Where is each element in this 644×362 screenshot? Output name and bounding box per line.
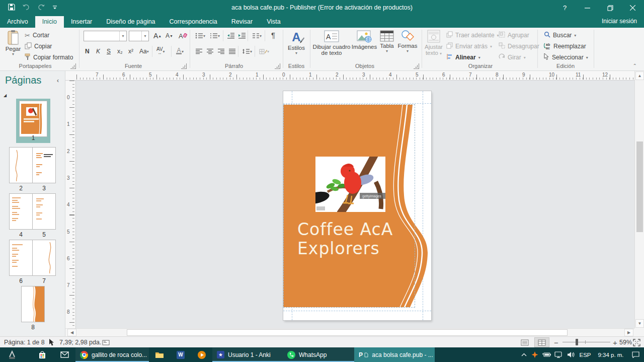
tab-inicio[interactable]: Inicio bbox=[35, 16, 64, 28]
paste-button[interactable]: Pegar ▾ bbox=[3, 30, 23, 56]
collapse-ribbon-icon[interactable]: ⌃ bbox=[633, 63, 637, 68]
bird-picture[interactable]: gettyimages bbox=[315, 157, 385, 212]
horizontal-scrollbar[interactable]: ◀ ▶ bbox=[65, 328, 634, 336]
zoom-slider-track[interactable] bbox=[562, 342, 610, 342]
mail-button[interactable] bbox=[53, 347, 75, 362]
ungroup-button[interactable]: Desagrupar bbox=[497, 41, 541, 51]
replace-button[interactable]: abac Reemplazar bbox=[542, 41, 588, 51]
tab-archivo[interactable]: Archivo bbox=[0, 16, 35, 28]
tab-revisar[interactable]: Revisar bbox=[224, 16, 260, 28]
vertical-scrollbar[interactable]: ▲ ▼ bbox=[634, 71, 644, 328]
rotate-button[interactable]: Girar ▾ bbox=[497, 52, 527, 62]
network-tray-icon[interactable] bbox=[552, 347, 565, 362]
horizontal-scroll-thumb[interactable] bbox=[127, 329, 568, 336]
copy-button[interactable]: Copiar bbox=[23, 41, 53, 51]
sign-in-link[interactable]: Iniciar sesión bbox=[602, 18, 637, 25]
shapes-button[interactable]: Formas ▾ bbox=[396, 30, 419, 53]
zoom-level[interactable]: 59% bbox=[619, 337, 632, 348]
taskbar-item-whatsapp[interactable]: WhatsApp bbox=[283, 347, 354, 362]
cut-button[interactable]: ✂ Cortar bbox=[23, 30, 51, 40]
font-color-button[interactable]: A ▾ bbox=[175, 46, 185, 56]
align-button[interactable]: Alinear ▾ bbox=[445, 52, 482, 62]
action-center-icon[interactable] bbox=[628, 347, 643, 362]
scroll-down-icon[interactable]: ▼ bbox=[635, 319, 644, 328]
v-ruler[interactable]: 012345678 bbox=[65, 81, 76, 328]
bring-forward-button[interactable]: Traer adelante ▾ bbox=[445, 30, 501, 40]
font-size-combo[interactable]: ▾ bbox=[129, 31, 149, 41]
taskbar-item-publisher[interactable]: P aca bolsa cafe.pub - ... bbox=[354, 347, 435, 362]
justify-button[interactable] bbox=[227, 46, 237, 56]
paragraph-dialog-launcher[interactable] bbox=[275, 63, 280, 69]
font-dialog-launcher[interactable] bbox=[181, 63, 187, 69]
zoom-slider-thumb[interactable] bbox=[576, 339, 578, 345]
table-button[interactable]: Tabla ▾ bbox=[377, 30, 396, 53]
language-indicator[interactable]: ESP bbox=[577, 347, 594, 362]
pictures-button[interactable]: Imágenes bbox=[351, 30, 377, 50]
page-indicator[interactable]: Página: 1 de 8 bbox=[4, 337, 45, 348]
increase-indent-button[interactable] bbox=[236, 31, 248, 41]
group-button[interactable]: Agrupar bbox=[497, 30, 531, 40]
font-name-combo[interactable]: ▾ bbox=[84, 31, 127, 41]
align-center-button[interactable] bbox=[205, 46, 215, 56]
publication-canvas[interactable]: gettyimages Coffee AcA Explorers bbox=[76, 81, 634, 328]
object-size-icon[interactable] bbox=[102, 337, 110, 348]
tab-vista[interactable]: Vista bbox=[260, 16, 288, 28]
battery-tray-icon[interactable] bbox=[540, 347, 552, 362]
minimize-button[interactable] bbox=[576, 0, 599, 16]
wrap-text-button[interactable]: Ajustar texto ▾ bbox=[424, 30, 444, 56]
scroll-left-icon[interactable]: ◀ bbox=[67, 329, 76, 336]
two-page-view-button[interactable] bbox=[534, 337, 549, 347]
line-spacing-button[interactable]: ▾ bbox=[240, 46, 254, 56]
restore-button[interactable] bbox=[599, 0, 621, 16]
zoom-in-button[interactable]: + bbox=[613, 337, 617, 348]
select-button[interactable]: Seleccionar ▾ bbox=[542, 52, 590, 62]
clipboard-dialog-launcher[interactable] bbox=[70, 63, 76, 69]
page-thumbnail-1[interactable]: 1 bbox=[16, 99, 50, 143]
cover-title[interactable]: Coffee AcA Explorers bbox=[297, 220, 393, 258]
publication-page[interactable]: gettyimages Coffee AcA Explorers bbox=[283, 91, 431, 320]
superscript-button[interactable]: x² bbox=[127, 46, 135, 56]
subscript-button[interactable]: x₂ bbox=[116, 46, 124, 56]
tab-correspondencia[interactable]: Correspondencia bbox=[163, 16, 224, 28]
align-right-button[interactable] bbox=[216, 46, 226, 56]
cursor-position[interactable]: 7,39; 2,98 pda. bbox=[59, 337, 101, 348]
draw-textbox-button[interactable]: A Dibujar cuadro de texto bbox=[312, 30, 351, 56]
word-button[interactable]: W bbox=[170, 347, 191, 362]
objects-dialog-launcher[interactable] bbox=[414, 63, 419, 69]
store-button[interactable] bbox=[31, 347, 53, 362]
volume-tray-icon[interactable] bbox=[565, 347, 577, 362]
clear-formatting-button[interactable]: A bbox=[177, 31, 189, 41]
underline-button[interactable]: S bbox=[105, 46, 112, 56]
format-painter-button[interactable]: Copiar formato bbox=[22, 52, 74, 62]
send-backward-button[interactable]: Enviar atrás ▾ bbox=[445, 41, 494, 51]
zoom-out-button[interactable]: − bbox=[554, 337, 558, 348]
h-ruler[interactable]: 76543210123456789101112 bbox=[65, 71, 634, 81]
change-case-button[interactable]: Aa▾ bbox=[138, 46, 150, 56]
vertical-scroll-thumb[interactable] bbox=[636, 141, 643, 232]
avast-tray-icon[interactable] bbox=[529, 347, 540, 362]
clock[interactable]: 9:34 p. m. bbox=[595, 347, 627, 362]
grow-font-button[interactable]: A▲ bbox=[152, 31, 163, 41]
single-page-view-button[interactable] bbox=[517, 337, 532, 347]
styles-button[interactable]: A Estilos ▾ bbox=[286, 30, 307, 55]
show-paragraph-marks-button[interactable]: ¶ bbox=[270, 30, 277, 40]
borders-button[interactable]: ▾ bbox=[258, 46, 271, 56]
pages-collapse-icon[interactable]: ‹ bbox=[57, 77, 59, 84]
media-player-button[interactable] bbox=[191, 347, 212, 362]
help-button[interactable]: ? bbox=[553, 0, 576, 16]
tab-insertar[interactable]: Insertar bbox=[64, 16, 99, 28]
italic-button[interactable]: K bbox=[95, 46, 102, 56]
tray-expand-icon[interactable] bbox=[518, 347, 529, 362]
numbering-button[interactable]: ▾ bbox=[208, 31, 221, 41]
decrease-indent-button[interactable] bbox=[225, 31, 236, 41]
close-button[interactable] bbox=[621, 0, 644, 16]
scroll-right-icon[interactable]: ▶ bbox=[624, 329, 633, 336]
taskbar-item-chrome[interactable]: gallito de roca colo... bbox=[75, 347, 149, 362]
tab-dise-o-de-p-gina[interactable]: Diseño de página bbox=[99, 16, 162, 28]
bullets-button[interactable]: ▾ bbox=[194, 31, 207, 41]
scroll-up-icon[interactable]: ▲ bbox=[635, 71, 644, 80]
character-spacing-button[interactable]: AV↔ ▾ bbox=[155, 46, 167, 56]
align-left-button[interactable] bbox=[194, 46, 204, 56]
columns-button[interactable]: ▾ bbox=[251, 31, 263, 41]
fit-page-button[interactable] bbox=[633, 337, 640, 348]
